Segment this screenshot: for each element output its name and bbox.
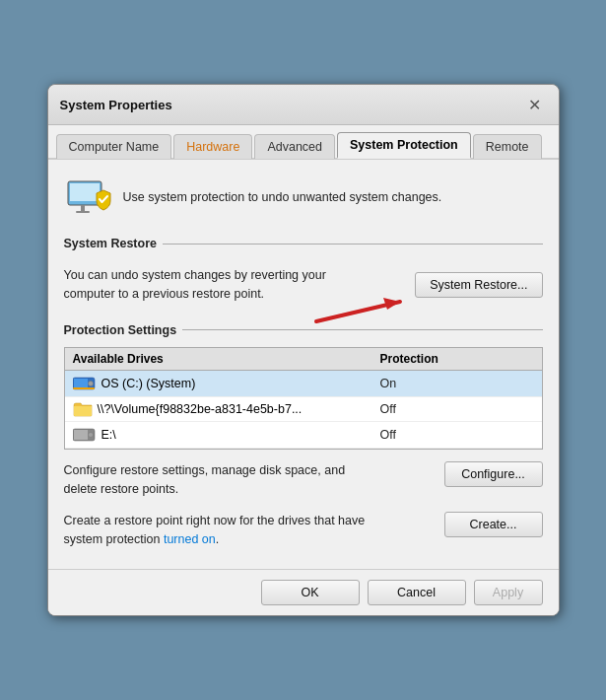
system-restore-button[interactable]: System Restore... [415,272,542,298]
system-protection-icon [64,174,111,221]
protection-section-divider [182,329,542,330]
create-highlight: turned on [164,532,216,546]
folder-icon [73,401,93,417]
info-row: Use system protection to undo unwanted s… [64,174,543,221]
cancel-button[interactable]: Cancel [368,580,466,605]
drive-protection-status: Off [380,402,534,416]
svg-rect-7 [74,379,88,388]
configure-row: Configure restore settings, manage disk … [64,461,543,499]
svg-rect-3 [76,211,90,213]
close-button[interactable]: ✕ [523,93,547,116]
protection-settings-header: Protection Settings [64,323,543,337]
ok-button[interactable]: OK [261,580,360,605]
svg-rect-1 [70,183,100,201]
tab-system-protection[interactable]: System Protection [337,132,471,159]
svg-line-4 [316,302,400,321]
configure-button[interactable]: Configure... [444,461,543,487]
table-row[interactable]: E:\ Off [65,422,542,449]
drives-table: Available Drives Protection [64,347,543,450]
bottom-bar: OK Cancel Apply [48,569,559,615]
table-row[interactable]: OS (C:) (System) On [65,371,542,397]
tab-strip: Computer Name Hardware Advanced System P… [48,125,559,160]
drive-protection-status: Off [380,428,534,442]
protection-settings-section: Protection Settings Available Drives Pro… [64,323,543,450]
table-row[interactable]: \\?\Volume{f98832be-a831-4e5b-b7... Off [65,397,542,422]
system-restore-header: System Restore [64,237,543,250]
drive-protection-status: On [380,377,534,390]
info-description: Use system protection to undo unwanted s… [123,189,442,207]
dialog-title: System Properties [60,98,172,112]
hdd-icon [73,375,97,392]
drive-name: \\?\Volume{f98832be-a831-4e5b-b7... [73,401,380,417]
col-header-protection: Protection [380,352,534,366]
tab-content: Use system protection to undo unwanted s… [48,160,559,569]
svg-rect-2 [81,205,85,211]
create-row: Create a restore point right now for the… [64,512,543,549]
svg-rect-9 [73,387,95,389]
restore-description: You can undo system changes by reverting… [64,266,370,304]
section-divider [163,244,543,245]
system-restore-row: You can undo system changes by reverting… [64,260,543,310]
title-bar: System Properties ✕ [48,85,559,125]
configure-description: Configure restore settings, manage disk … [64,461,370,499]
svg-point-8 [88,381,93,385]
tab-advanced[interactable]: Advanced [254,134,335,159]
drives-table-header: Available Drives Protection [65,348,542,371]
col-header-drive: Available Drives [73,352,380,366]
removable-drive-icon [73,426,97,444]
drive-name: OS (C:) (System) [73,375,380,392]
system-restore-label: System Restore [64,237,158,250]
svg-marker-5 [383,298,400,310]
svg-rect-11 [74,430,88,440]
system-properties-dialog: System Properties ✕ Computer Name Hardwa… [47,84,560,616]
drive-name: E:\ [73,426,380,444]
tab-computer-name[interactable]: Computer Name [56,134,172,159]
tab-hardware[interactable]: Hardware [173,134,252,159]
apply-button: Apply [474,580,543,605]
tab-remote[interactable]: Remote [473,134,542,159]
protection-settings-label: Protection Settings [64,323,177,337]
svg-point-12 [88,432,93,437]
create-button[interactable]: Create... [444,512,543,537]
create-description: Create a restore point right now for the… [64,512,370,549]
